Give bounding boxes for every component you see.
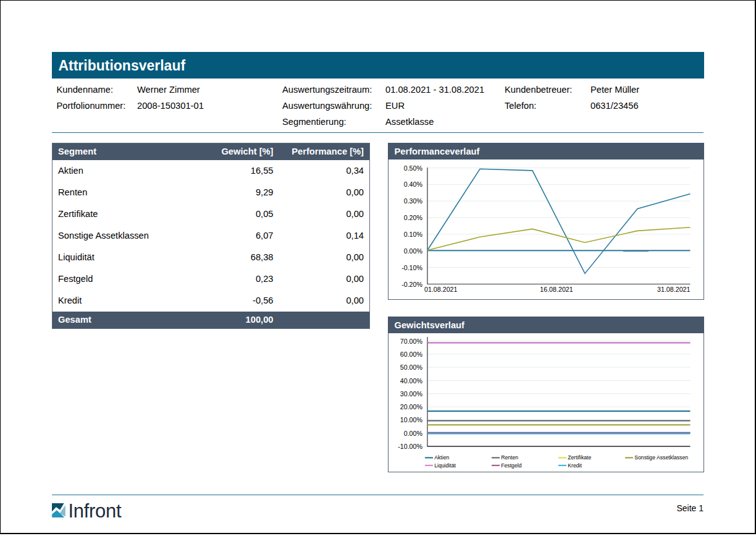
svg-text:0.50%: 0.50% <box>404 164 423 172</box>
svg-text:Kredit: Kredit <box>568 462 582 469</box>
svg-text:-0.10%: -0.10% <box>401 264 422 271</box>
svg-text:20.00%: 20.00% <box>400 403 423 411</box>
svg-text:01.08.2021: 01.08.2021 <box>424 286 458 293</box>
svg-text:0.00%: 0.00% <box>404 430 423 437</box>
svg-text:10.00%: 10.00% <box>400 416 423 423</box>
svg-text:30.00%: 30.00% <box>400 390 423 398</box>
svg-text:60.00%: 60.00% <box>400 351 423 358</box>
svg-text:Zertifikate: Zertifikate <box>568 454 591 461</box>
svg-text:0.10%: 0.10% <box>404 231 423 238</box>
svg-text:Aktien: Aktien <box>434 454 449 461</box>
svg-text:40.00%: 40.00% <box>400 377 423 385</box>
svg-text:0.20%: 0.20% <box>404 214 423 221</box>
svg-text:0.40%: 0.40% <box>404 181 423 188</box>
svg-text:70.00%: 70.00% <box>400 338 423 345</box>
svg-text:0.30%: 0.30% <box>404 197 423 205</box>
svg-text:Liquidität: Liquidität <box>434 462 456 469</box>
svg-text:31.08.2021: 31.08.2021 <box>657 286 691 293</box>
svg-text:Festgeld: Festgeld <box>501 462 521 469</box>
svg-text:0.00%: 0.00% <box>404 247 423 255</box>
svg-text:50.00%: 50.00% <box>400 364 423 371</box>
svg-text:Gewichtsverlauf: Gewichtsverlauf <box>395 320 465 330</box>
svg-text:Renten: Renten <box>501 454 518 461</box>
svg-text:-10.00%: -10.00% <box>398 443 422 450</box>
svg-text:Performanceverlauf: Performanceverlauf <box>395 147 480 156</box>
svg-text:Sonstige Assetklassen: Sonstige Assetklassen <box>634 454 688 461</box>
svg-text:-0.20%: -0.20% <box>401 281 422 288</box>
svg-text:16.08.2021: 16.08.2021 <box>540 286 573 293</box>
